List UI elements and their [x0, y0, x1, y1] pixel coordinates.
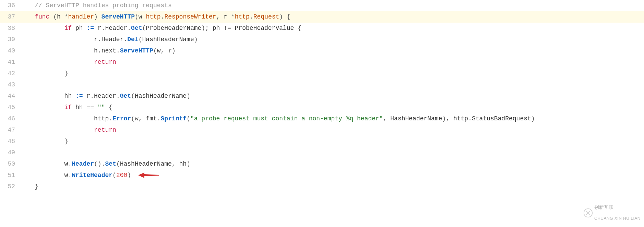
token: }	[64, 70, 68, 77]
token: )	[194, 36, 198, 43]
code-content[interactable]: return	[20, 57, 644, 68]
token: )	[187, 160, 190, 167]
token: :=	[75, 93, 83, 99]
token: WriteHeader	[72, 172, 112, 179]
token: h	[20, 47, 98, 54]
token: )	[172, 47, 176, 54]
line-number: 51	[0, 170, 20, 181]
line-number: 36	[0, 0, 20, 11]
code-content[interactable]: r.Header.Del(HashHeaderName)	[20, 34, 644, 45]
token: Del	[127, 36, 138, 43]
code-content[interactable]: if ph := r.Header.Get(ProbeHeaderName); …	[20, 23, 644, 34]
code-line[interactable]: 50 w.Header().Set(HashHeaderName, hh)	[0, 158, 644, 170]
code-content[interactable]: func (h *handler) ServeHTTP(w http.Respo…	[20, 11, 644, 23]
token: ==	[86, 104, 97, 111]
code-line[interactable]: 43	[0, 79, 644, 91]
token: .	[90, 93, 94, 99]
code-line[interactable]: 36 // ServeHTTP handles probing requests	[0, 0, 644, 11]
token: w	[135, 115, 139, 122]
token	[105, 104, 109, 111]
token: ProbeHeaderName	[146, 25, 201, 32]
token	[49, 13, 53, 20]
code-content[interactable]: w.WriteHeader(200)	[20, 170, 644, 181]
code-line[interactable]: 40 h.next.ServeHTTP(w, r)	[0, 45, 644, 57]
token: (	[116, 160, 120, 167]
token: .	[116, 47, 120, 54]
token: ProbeHeaderValue	[235, 25, 298, 32]
code-content[interactable]: return	[20, 124, 644, 136]
token: "a probe request must contain a non-empt…	[190, 115, 383, 122]
code-line[interactable]: 46 http.Error(w, fmt.Sprintf("a probe re…	[0, 113, 644, 124]
token: w	[20, 160, 68, 167]
token	[20, 25, 64, 32]
token: .	[102, 25, 105, 32]
line-number: 37	[0, 11, 20, 23]
token: (	[135, 13, 139, 20]
token: http	[146, 13, 160, 20]
token: Request	[253, 13, 279, 20]
code-line[interactable]: 48 }	[0, 136, 644, 147]
token: ,	[216, 13, 224, 20]
code-content[interactable]: w.Header().Set(HashHeaderName, hh)	[20, 158, 644, 170]
token: ),	[442, 115, 453, 122]
token: fmt	[146, 115, 157, 122]
token: http	[453, 115, 468, 122]
line-number: 49	[0, 147, 20, 158]
code-line[interactable]: 39 r.Header.Del(HashHeaderName)	[0, 34, 644, 45]
token: ().	[94, 160, 105, 167]
token: (	[131, 115, 135, 122]
line-number: 40	[0, 45, 20, 57]
token: )	[279, 13, 283, 20]
token	[20, 2, 35, 9]
code-content[interactable]: hh := r.Header.Get(HashHeaderName)	[20, 91, 644, 102]
code-content[interactable]: // ServeHTTP handles probing requests	[20, 0, 644, 11]
token	[20, 138, 64, 145]
token: hh	[72, 104, 86, 111]
code-line[interactable]: 49	[0, 147, 644, 158]
code-line[interactable]: 52 }	[0, 181, 644, 192]
token: ph	[72, 25, 86, 32]
token: .	[468, 115, 472, 122]
token: (	[131, 93, 135, 99]
code-line[interactable]: 41 return	[0, 57, 644, 68]
code-line[interactable]: 47 return	[0, 124, 644, 136]
code-line[interactable]: 51 w.WriteHeader(200)	[0, 170, 644, 181]
code-line[interactable]: 37 func (h *handler) ServeHTTP(w http.Re…	[0, 11, 644, 23]
token: http	[20, 115, 109, 122]
token	[20, 104, 64, 111]
code-line[interactable]: 44 hh := r.Header.Get(HashHeaderName)	[0, 91, 644, 102]
token: ph	[209, 25, 224, 32]
token: *	[231, 13, 235, 20]
token: r	[20, 36, 98, 43]
token	[20, 127, 94, 133]
token	[20, 70, 64, 77]
code-content[interactable]	[20, 147, 644, 158]
line-number: 44	[0, 91, 20, 102]
code-line[interactable]: 45 if hh == "" {	[0, 102, 644, 113]
code-content[interactable]: }	[20, 181, 644, 192]
token: 200	[116, 172, 127, 179]
token: next	[102, 47, 116, 54]
token: .	[68, 160, 72, 167]
code-editor[interactable]: 36 // ServeHTTP handles probing requests…	[0, 0, 644, 192]
token: .	[98, 47, 102, 54]
code-content[interactable]	[20, 79, 644, 91]
code-content[interactable]: }	[20, 136, 644, 147]
token: Header	[105, 25, 127, 32]
token: .	[127, 25, 131, 32]
token: h	[57, 13, 64, 20]
code-line[interactable]: 42 }	[0, 68, 644, 79]
line-number: 46	[0, 113, 20, 124]
code-line[interactable]: 38 if ph := r.Header.Get(ProbeHeaderName…	[0, 23, 644, 34]
token: w	[20, 172, 68, 179]
code-content[interactable]: if hh == "" {	[20, 102, 644, 113]
token: (	[187, 115, 190, 122]
token: Error	[112, 115, 131, 122]
token	[20, 13, 35, 20]
code-content[interactable]: }	[20, 68, 644, 79]
token: r	[83, 93, 91, 99]
token	[283, 13, 287, 20]
code-content[interactable]: h.next.ServeHTTP(w, r)	[20, 45, 644, 57]
code-content[interactable]: http.Error(w, fmt.Sprintf("a probe reque…	[20, 113, 644, 124]
token: {	[109, 104, 112, 111]
